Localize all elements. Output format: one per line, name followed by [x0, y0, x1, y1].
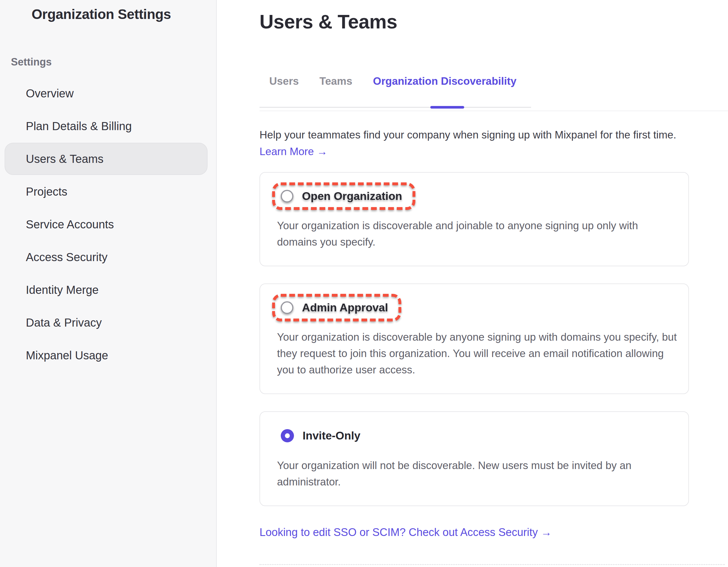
sidebar-item-plan-details-billing[interactable]: Plan Details & Billing — [5, 110, 208, 142]
organization-settings-screen: Organization Settings Settings Overview … — [0, 0, 728, 567]
sidebar-item-label: Identity Merge — [26, 284, 98, 297]
option-title-admin-approval[interactable]: Admin Approval — [302, 301, 388, 314]
sidebar-item-label: Users & Teams — [26, 152, 103, 165]
sidebar-item-service-accounts[interactable]: Service Accounts — [5, 208, 208, 240]
learn-more-link[interactable]: Learn More → — [260, 146, 328, 158]
option-head-invite-only: Invite-Only — [272, 422, 374, 450]
option-description-invite-only: Your organization will not be discoverab… — [277, 457, 677, 490]
option-card-invite-only: Invite-Only Your organization will not b… — [260, 411, 689, 506]
discoverability-options: Open Organization Your organization is d… — [260, 172, 728, 506]
radio-admin-approval[interactable] — [281, 301, 293, 314]
annotation-open-organization: Open Organization — [272, 182, 415, 210]
sidebar: Organization Settings Settings Overview … — [0, 0, 217, 567]
option-description-admin-approval: Your organization is discoverable by any… — [277, 329, 677, 378]
sidebar-item-label: Mixpanel Usage — [26, 349, 108, 362]
sidebar-title: Organization Settings — [0, 0, 216, 22]
option-title-open-organization[interactable]: Open Organization — [302, 190, 402, 202]
tab-users[interactable]: Users — [269, 75, 299, 87]
option-description-open-organization: Your organization is discoverable and jo… — [277, 217, 677, 250]
tab-teams[interactable]: Teams — [320, 75, 353, 87]
bottom-cutoff-divider — [260, 564, 725, 565]
intro-text: Help your teammates find your company wh… — [260, 129, 728, 141]
sidebar-section-label: Settings — [11, 56, 216, 68]
option-card-open-organization: Open Organization Your organization is d… — [260, 172, 689, 266]
radio-open-organization[interactable] — [281, 190, 293, 202]
tabs: Users Teams Organization Discoverability — [260, 75, 531, 87]
page-title: Users & Teams — [260, 0, 728, 33]
sidebar-item-label: Overview — [26, 87, 74, 100]
main-content: Users & Teams Users Teams Organization D… — [217, 0, 728, 567]
sidebar-item-identity-merge[interactable]: Identity Merge — [5, 274, 208, 306]
sidebar-item-mixpanel-usage[interactable]: Mixpanel Usage — [5, 339, 208, 372]
sidebar-item-label: Projects — [26, 185, 67, 198]
sidebar-item-label: Plan Details & Billing — [26, 120, 132, 133]
access-security-link[interactable]: Looking to edit SSO or SCIM? Check out A… — [260, 526, 552, 539]
sidebar-item-overview[interactable]: Overview — [5, 77, 208, 109]
sidebar-item-label: Access Security — [26, 251, 108, 264]
tab-organization-discoverability[interactable]: Organization Discoverability — [373, 75, 516, 87]
sidebar-item-access-security[interactable]: Access Security — [5, 241, 208, 273]
sidebar-item-users-teams[interactable]: Users & Teams — [5, 143, 208, 175]
option-title-invite-only[interactable]: Invite-Only — [303, 429, 361, 442]
sidebar-item-data-privacy[interactable]: Data & Privacy — [5, 307, 208, 339]
annotation-admin-approval: Admin Approval — [272, 294, 401, 322]
sidebar-item-label: Service Accounts — [26, 218, 114, 231]
tabbar: Users Teams Organization Discoverability — [260, 75, 531, 108]
radio-invite-only[interactable] — [281, 429, 294, 442]
sidebar-nav: Overview Plan Details & Billing Users & … — [0, 77, 216, 372]
active-tab-indicator — [430, 106, 464, 109]
sidebar-item-label: Data & Privacy — [26, 316, 102, 329]
option-card-admin-approval: Admin Approval Your organization is disc… — [260, 284, 689, 394]
sidebar-item-projects[interactable]: Projects — [5, 175, 208, 208]
